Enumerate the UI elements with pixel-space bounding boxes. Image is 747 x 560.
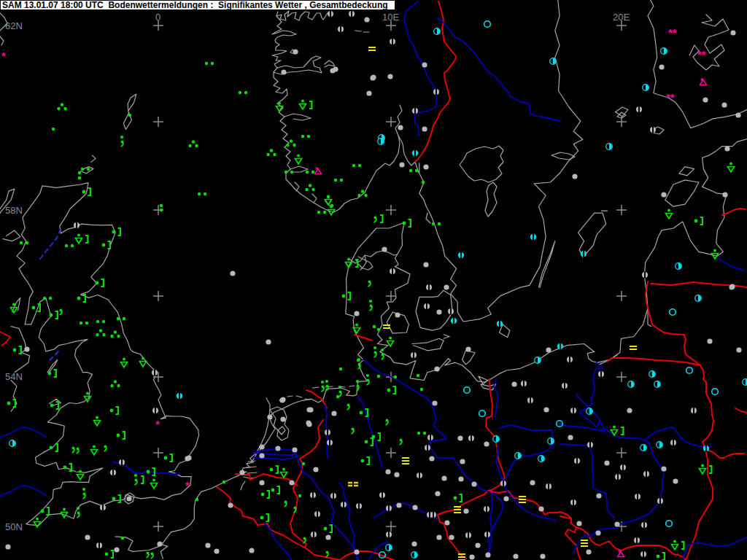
svg-text:SAM 13.01.07 18:00 UTC Bodenw: SAM 13.01.07 18:00 UTC Bodenwettermeldun… bbox=[2, 0, 388, 10]
svg-text:50N: 50N bbox=[5, 521, 23, 532]
svg-text:20E: 20E bbox=[613, 12, 630, 23]
svg-text:0: 0 bbox=[155, 12, 160, 23]
svg-text:62N: 62N bbox=[5, 20, 23, 31]
svg-text:54N: 54N bbox=[5, 371, 23, 382]
svg-text:10E: 10E bbox=[382, 12, 399, 23]
svg-text:58N: 58N bbox=[5, 205, 23, 216]
